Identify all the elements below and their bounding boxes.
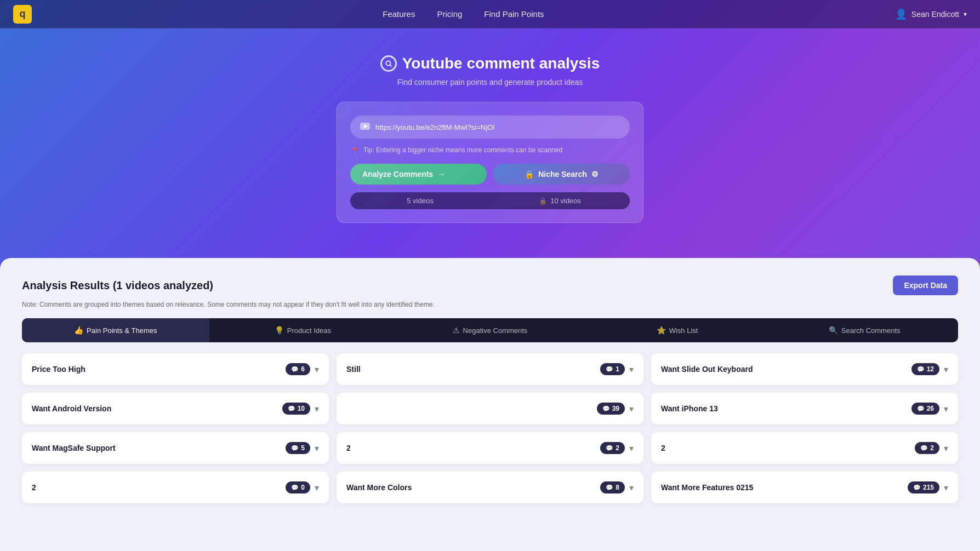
cards-grid: Price Too High 💬 6 ▾ Still 💬 1 ▾ Want Sl…: [22, 353, 958, 514]
card-2-left-label: 2: [32, 483, 36, 492]
search-card: 📍 Tip: Entering a bigger niche means mor…: [337, 102, 643, 223]
comment-icon: 💬: [291, 484, 299, 491]
hero-section: Youtube comment analysis Find consumer p…: [0, 28, 980, 240]
nav-pricing[interactable]: Pricing: [437, 9, 462, 19]
tab-product-ideas-label: Product Ideas: [287, 326, 331, 335]
card-right: 💬 0 ▾: [286, 481, 319, 493]
svg-point-0: [386, 61, 390, 65]
tab-product-ideas[interactable]: 💡 Product Ideas: [209, 318, 397, 342]
comment-icon: 💬: [913, 484, 921, 491]
nav-find-pain-points[interactable]: Find Pain Points: [484, 9, 544, 19]
chevron-down-icon: ▾: [315, 404, 319, 414]
chevron-down-icon: ▾: [944, 483, 948, 493]
analyze-comments-button[interactable]: Analyze Comments →: [350, 164, 487, 185]
tab-wish-list-label: Wish List: [669, 326, 698, 335]
user-icon: 👤: [895, 8, 907, 20]
results-header: Analysis Results (1 videos analyzed) Exp…: [22, 276, 958, 295]
chevron-down-icon: ▾: [629, 364, 634, 375]
chevron-down-icon: ▾: [964, 10, 967, 18]
arrow-icon: →: [437, 170, 445, 179]
5-videos-label: 5 videos: [407, 197, 433, 205]
video-count-bar: 5 videos 🔒 10 videos: [350, 192, 630, 209]
card-right: 💬 1 ▾: [600, 363, 634, 375]
hero-title: Youtube comment analysis: [13, 55, 967, 72]
niche-gear-icon: ⚙: [591, 170, 599, 179]
card-2-left[interactable]: 2 💬 0 ▾: [22, 472, 329, 503]
wish-list-icon: ⭐: [657, 326, 666, 335]
tab-pain-points[interactable]: 👍 Pain Points & Themes: [22, 318, 209, 342]
card-right-3[interactable]: 2 💬 2 ▾: [651, 432, 958, 464]
chevron-down-icon: ▾: [629, 483, 634, 493]
10-videos-option[interactable]: 🔒 10 videos: [490, 192, 630, 209]
card-want-slide-out-keyboard[interactable]: Want Slide Out Keyboard 💬 12 ▾: [651, 353, 958, 385]
nav-features[interactable]: Features: [383, 9, 415, 19]
search-icon: [380, 55, 397, 72]
chevron-down-icon: ▾: [629, 404, 634, 414]
url-input-wrapper: [350, 116, 630, 139]
niche-search-button[interactable]: 🔒 Niche Search ⚙: [493, 164, 630, 185]
card-want-more-features-label: Want More Features 0215: [661, 483, 753, 492]
card-middle-3-label: 2: [346, 444, 351, 452]
analyze-label: Analyze Comments: [362, 170, 433, 179]
card-right: 💬 2 ▾: [600, 442, 634, 454]
card-still[interactable]: Still 💬 1 ▾: [337, 353, 643, 385]
count-badge-0: 💬 0: [286, 481, 310, 493]
card-middle-3[interactable]: 2 💬 2 ▾: [337, 432, 643, 464]
product-ideas-icon: 💡: [275, 326, 284, 335]
tab-pain-points-label: Pain Points & Themes: [87, 326, 157, 335]
tab-search-label: Search Comments: [841, 326, 901, 335]
card-want-more-colors[interactable]: Want More Colors 💬 8 ▾: [337, 472, 643, 503]
comment-icon: 💬: [917, 366, 925, 373]
count-badge-1: 💬 1: [600, 363, 625, 375]
comment-icon: 💬: [291, 445, 299, 452]
app-logo[interactable]: q: [13, 5, 32, 24]
chevron-down-icon: ▾: [315, 483, 319, 493]
comment-icon: 💬: [288, 405, 295, 412]
count-badge-6: 💬 6: [286, 363, 310, 375]
count-badge-2a: 💬 2: [600, 442, 625, 454]
chevron-down-icon: ▾: [944, 404, 948, 414]
comment-icon: 💬: [606, 366, 613, 373]
comment-icon: 💬: [291, 366, 299, 373]
card-want-android-version-label: Want Android Version: [32, 404, 111, 413]
card-still-label: Still: [346, 365, 361, 374]
card-want-android-version[interactable]: Want Android Version 💬 10 ▾: [22, 393, 329, 424]
card-want-iphone-13-label: Want iPhone 13: [661, 404, 718, 413]
5-videos-option[interactable]: 5 videos: [350, 192, 490, 209]
chevron-down-icon: ▾: [315, 443, 319, 454]
card-right: 💬 39 ▾: [597, 403, 634, 415]
count-badge-5: 💬 5: [286, 442, 310, 454]
results-note: Note: Comments are grouped into themes b…: [22, 301, 958, 308]
card-price-too-high[interactable]: Price Too High 💬 6 ▾: [22, 353, 329, 385]
card-right: 💬 2 ▾: [915, 442, 948, 454]
card-right: 💬 6 ▾: [286, 363, 319, 375]
action-buttons: Analyze Comments → 🔒 Niche Search ⚙: [350, 164, 630, 185]
card-middle-2[interactable]: 💬 39 ▾: [337, 393, 643, 424]
card-want-magsafe-support[interactable]: Want MagSafe Support 💬 5 ▾: [22, 432, 329, 464]
youtube-icon: [360, 122, 370, 132]
chevron-down-icon: ▾: [315, 364, 319, 375]
pain-points-icon: 👍: [74, 326, 83, 335]
card-right: 💬 12 ▾: [911, 363, 948, 375]
niche-label: Niche Search: [538, 170, 587, 179]
lock-icon: 🔒: [539, 197, 547, 205]
count-badge-8: 💬 8: [600, 481, 625, 493]
chevron-down-icon: ▾: [944, 443, 948, 454]
tab-wish-list[interactable]: ⭐ Wish List: [584, 318, 771, 342]
comment-icon: 💬: [920, 445, 928, 452]
comment-icon: 💬: [917, 405, 925, 412]
card-want-iphone-13[interactable]: Want iPhone 13 💬 26 ▾: [651, 393, 958, 424]
tab-search-comments[interactable]: 🔍 Search Comments: [771, 318, 958, 342]
url-input[interactable]: [375, 123, 620, 131]
export-data-button[interactable]: Export Data: [893, 276, 958, 295]
tip-row: 📍 Tip: Entering a bigger niche means mor…: [350, 146, 630, 155]
tab-negative-comments[interactable]: ⚠ Negative Comments: [396, 318, 584, 342]
results-section: Analysis Results (1 videos analyzed) Exp…: [0, 258, 980, 551]
count-badge-10: 💬 10: [282, 403, 310, 415]
tab-negative-label: Negative Comments: [463, 326, 528, 335]
user-menu[interactable]: 👤 Sean Endicott ▾: [895, 8, 967, 20]
card-want-more-features[interactable]: Want More Features 0215 💬 215 ▾: [651, 472, 958, 503]
svg-line-1: [390, 65, 392, 67]
card-right: 💬 5 ▾: [286, 442, 319, 454]
card-want-magsafe-support-label: Want MagSafe Support: [32, 444, 116, 452]
